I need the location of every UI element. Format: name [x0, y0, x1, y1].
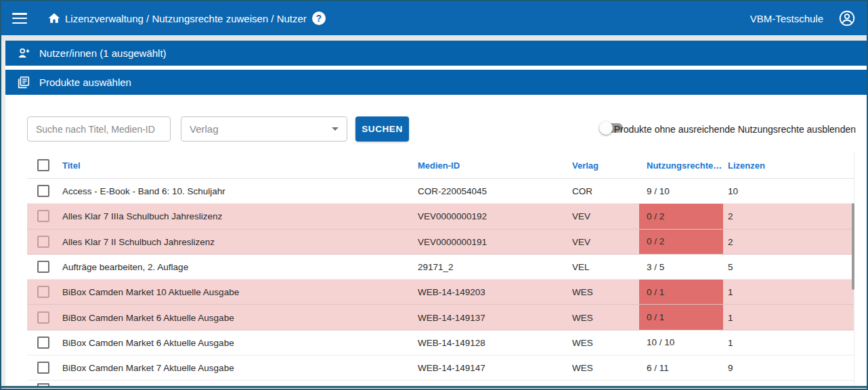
search-button[interactable]: SUCHEN	[355, 116, 409, 142]
chevron-down-icon	[332, 127, 339, 131]
cell-rights: 6 / 11	[639, 355, 723, 380]
panel-products-label: Produkte auswählen	[39, 77, 131, 88]
cell-title: Alles Klar 7 II Schulbuch Jahreslizenz	[62, 236, 215, 246]
cell-rights: 0 / 2	[639, 230, 723, 254]
hide-insufficient-label: Produkte ohne ausreichende Nutzungsrecht…	[614, 124, 856, 135]
table-row[interactable]: Alles Klar 7 IIIa Schulbuch Jahreslizenz…	[27, 204, 854, 229]
panel-users[interactable]: Nutzer/innen (1 ausgewählt)	[5, 41, 867, 66]
table-row[interactable]: Alles Klar 7 II Schulbuch Jahreslizenz V…	[27, 230, 854, 255]
cell-rights: 10 / 10	[639, 330, 723, 355]
cell-publisher: VEL	[572, 262, 590, 272]
menu-button[interactable]	[12, 13, 27, 24]
appbar-gap	[1, 35, 867, 41]
table-scrollbar[interactable]	[852, 203, 854, 290]
table-row[interactable]: Access - E-Book - Band 6: 10. Schuljahr …	[27, 179, 854, 204]
products-table: Titel Medien-ID Verlag Nutzungsrechte… L…	[27, 152, 854, 389]
column-header-medienid[interactable]: Medien-ID	[418, 160, 460, 171]
cell-rights: 0 / 2	[639, 204, 723, 228]
cell-media-id: VEV0000000192	[418, 211, 487, 221]
table-row[interactable]: Aufträge bearbeiten, 2. Auflage 29171_2 …	[27, 255, 854, 280]
row-checkbox[interactable]	[37, 185, 49, 197]
panel-users-label: Nutzer/innen (1 ausgewählt)	[39, 47, 167, 59]
rights-value: 10 / 10	[647, 337, 674, 347]
cell-licenses: 9	[728, 363, 733, 373]
cell-media-id: WEB-14-149137	[418, 312, 485, 322]
rights-value: 6 / 11	[647, 363, 669, 373]
row-checkbox[interactable]	[37, 362, 49, 374]
cell-licenses: 1	[728, 312, 733, 322]
row-checkbox[interactable]	[37, 337, 49, 349]
panel-products[interactable]: Produkte auswählen	[5, 70, 867, 95]
cell-media-id: WEB-14-149147	[418, 363, 485, 373]
cell-publisher: COR	[572, 186, 592, 196]
cell-rights: 0 / 1	[639, 280, 723, 304]
row-checkbox[interactable]	[37, 311, 49, 324]
column-header-titel[interactable]: Titel	[62, 160, 81, 171]
home-icon	[47, 12, 61, 25]
cell-rights: 3 / 5	[639, 255, 723, 279]
cell-title: BiBox Camden Market 6 Aktuelle Ausgabe	[62, 312, 234, 322]
app-bar: Lizenzverwaltung / Nutzungsrechte zuweis…	[1, 1, 867, 35]
cell-publisher: VEV	[572, 236, 590, 246]
cell-licenses: 2	[728, 236, 733, 246]
breadcrumb[interactable]: Lizenzverwaltung / Nutzungsrechte zuweis…	[65, 13, 307, 24]
book-icon	[16, 75, 31, 90]
cell-media-id: WEB-14-149128	[418, 337, 485, 347]
cell-publisher: WES	[572, 312, 593, 322]
search-input[interactable]	[27, 116, 171, 142]
cell-licenses: 1	[728, 337, 733, 347]
rights-value: 0 / 1	[647, 312, 664, 322]
account-button[interactable]	[838, 9, 856, 27]
table-rows: Access - E-Book - Band 6: 10. Schuljahr …	[27, 179, 854, 381]
table-row[interactable]: BiBox Camden Market 7 Aktuelle Ausgabe W…	[27, 355, 854, 381]
cell-title: Aufträge bearbeiten, 2. Auflage	[62, 262, 188, 272]
next-panel-edge	[1, 386, 867, 388]
cell-media-id: 29171_2	[418, 262, 454, 272]
cell-media-id: COR-220054045	[418, 186, 487, 196]
table-row[interactable]: BiBox Camden Market 6 Aktuelle Ausgabe W…	[27, 330, 854, 355]
person-add-icon	[16, 46, 31, 61]
cell-publisher: WES	[572, 337, 593, 347]
select-all-checkbox[interactable]	[37, 159, 49, 171]
menu-icon	[12, 13, 27, 24]
rights-value: 0 / 1	[647, 287, 664, 297]
publisher-select[interactable]: Verlag	[181, 116, 347, 142]
cell-licenses: 10	[728, 186, 738, 196]
table-row[interactable]: BiBox Camden Market 10 Aktuelle Ausgabe …	[27, 280, 854, 305]
cell-licenses: 2	[728, 211, 733, 221]
cell-publisher: VEV	[572, 211, 590, 221]
cell-licenses: 5	[728, 262, 733, 272]
home-button[interactable]	[47, 12, 61, 25]
app-window: Lizenzverwaltung / Nutzungsrechte zuweis…	[0, 0, 868, 390]
cell-title: Alles Klar 7 IIIa Schulbuch Jahreslizenz	[62, 211, 222, 221]
cell-title: BiBox Camden Market 7 Aktuelle Ausgabe	[62, 363, 234, 373]
table-header: Titel Medien-ID Verlag Nutzungsrechte… L…	[27, 152, 854, 179]
cell-rights: 0 / 1	[639, 305, 723, 329]
toggle-thumb	[599, 121, 613, 135]
help-button[interactable]: ?	[312, 12, 326, 25]
cell-title: Access - E-Book - Band 6: 10. Schuljahr	[62, 186, 225, 196]
row-checkbox[interactable]	[37, 286, 49, 298]
cell-media-id: WEB-14-149203	[418, 287, 485, 297]
cell-licenses: 1	[728, 287, 733, 297]
help-icon: ?	[316, 13, 322, 24]
row-checkbox[interactable]	[37, 236, 49, 248]
cell-title: BiBox Camden Market 10 Aktuelle Ausgabe	[62, 287, 239, 297]
table-row[interactable]: BiBox Camden Market 6 Aktuelle Ausgabe W…	[27, 305, 854, 330]
publisher-select-label: Verlag	[190, 123, 332, 135]
rights-value: 9 / 10	[647, 186, 670, 196]
cell-publisher: WES	[572, 363, 593, 373]
rights-value: 0 / 2	[647, 236, 664, 246]
column-header-nutzungsrechte[interactable]: Nutzungsrechte…	[647, 160, 722, 171]
cell-media-id: VEV0000000191	[418, 236, 487, 246]
cell-publisher: WES	[572, 287, 593, 297]
school-name: VBM-Testschule	[750, 13, 823, 24]
account-icon	[838, 9, 856, 27]
rights-value: 0 / 2	[647, 211, 664, 221]
column-header-verlag[interactable]: Verlag	[572, 160, 599, 171]
cell-rights: 9 / 10	[639, 179, 723, 203]
row-checkbox[interactable]	[37, 210, 49, 222]
cell-title: BiBox Camden Market 6 Aktuelle Ausgabe	[62, 337, 234, 347]
row-checkbox[interactable]	[37, 261, 49, 273]
column-header-lizenzen[interactable]: Lizenzen	[728, 160, 765, 171]
